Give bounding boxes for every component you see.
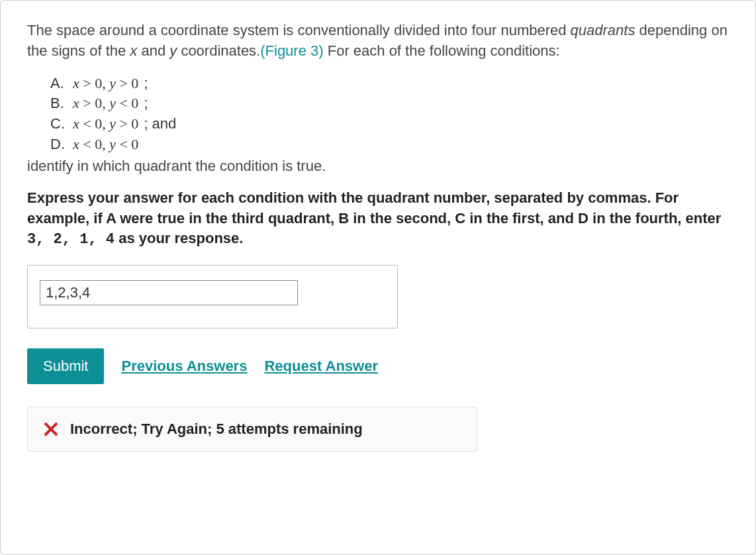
letter-a: A. <box>50 74 68 94</box>
instruction-part1: Express your answer for each condition w… <box>27 189 721 227</box>
intro-text: The space around a coordinate system is … <box>27 21 729 62</box>
condition-a: A. x > 0, y > 0; <box>50 74 729 94</box>
intro-part3: coordinates. <box>177 42 260 59</box>
intro-and: and <box>137 42 169 59</box>
previous-answers-link[interactable]: Previous Answers <box>121 358 247 375</box>
letter-b: B. <box>50 93 68 114</box>
math-b: x > 0, y < 0 <box>73 93 138 114</box>
math-d: x < 0, y < 0 <box>73 134 138 155</box>
quadrants-word: quadrants <box>571 22 636 38</box>
instruction-part2: as your response. <box>115 230 243 246</box>
incorrect-icon <box>42 421 58 437</box>
x-var: x <box>130 42 137 59</box>
instruction-mono: 3, 2, 1, 4 <box>27 231 115 248</box>
feedback-box: Incorrect; Try Again; 5 attempts remaini… <box>27 407 477 452</box>
answer-instruction: Express your answer for each condition w… <box>27 188 729 250</box>
feedback-text: Incorrect; Try Again; 5 attempts remaini… <box>70 421 363 438</box>
suffix-c: ; and <box>144 114 176 134</box>
conditions-list: A. x > 0, y > 0; B. x > 0, y < 0; C. x <… <box>50 74 729 155</box>
submit-button[interactable]: Submit <box>27 348 104 384</box>
request-answer-link[interactable]: Request Answer <box>264 358 378 375</box>
condition-c: C. x < 0, y > 0; and <box>50 114 729 134</box>
letter-c: C. <box>50 114 68 134</box>
math-c: x < 0, y > 0 <box>73 114 138 134</box>
answer-input[interactable] <box>40 280 298 305</box>
suffix-a: ; <box>144 74 148 94</box>
condition-b: B. x > 0, y < 0; <box>50 93 729 114</box>
question-panel: The space around a coordinate system is … <box>0 0 756 555</box>
intro-part4: For each of the following conditions: <box>324 42 560 59</box>
suffix-b: ; <box>144 93 148 114</box>
button-row: Submit Previous Answers Request Answer <box>27 348 729 384</box>
y-var: y <box>169 42 177 59</box>
answer-box <box>27 265 398 328</box>
letter-d: D. <box>50 134 68 155</box>
intro-part1: The space around a coordinate system is … <box>27 22 571 38</box>
condition-d: D. x < 0, y < 0 <box>50 134 729 155</box>
figure-link[interactable]: (Figure 3) <box>260 42 323 59</box>
identify-text: identify in which quadrant the condition… <box>27 158 729 175</box>
math-a: x > 0, y > 0 <box>73 74 138 94</box>
